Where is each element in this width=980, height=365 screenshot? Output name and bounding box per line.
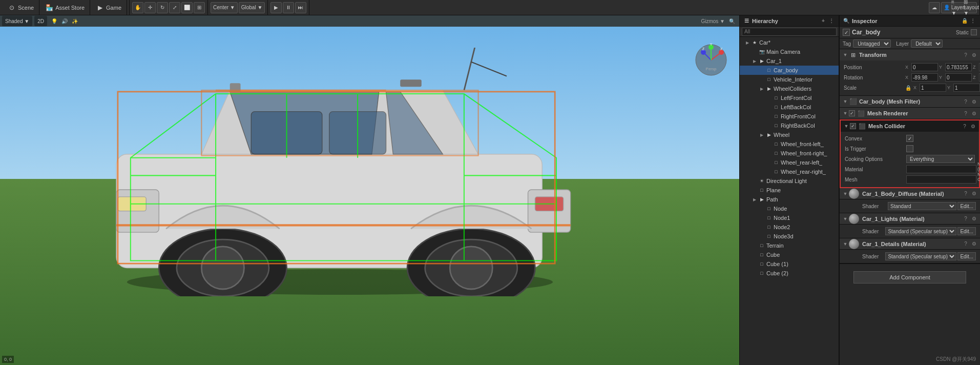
vp-fx-btn[interactable]: ✨ bbox=[70, 16, 80, 26]
material-settings-btn[interactable]: ⚙ bbox=[970, 215, 978, 223]
material-header-1[interactable]: ▼ Car_1_Lights (Material) ? ⚙ bbox=[840, 213, 980, 225]
rect-tool[interactable]: ⬜ bbox=[181, 2, 193, 13]
mesh-input[interactable] bbox=[906, 175, 976, 184]
rotate-tool[interactable]: ↻ bbox=[157, 2, 168, 13]
game-tab[interactable]: ▶ Game bbox=[90, 0, 127, 15]
mesh-collider-checkbox[interactable]: ✓ bbox=[850, 123, 856, 129]
layer-select[interactable]: Default bbox=[911, 39, 943, 48]
rot-y-input[interactable] bbox=[945, 73, 972, 82]
mesh-filter-settings-btn[interactable]: ⚙ bbox=[970, 97, 978, 106]
hierarchy-item-main-camera[interactable]: 📷Main Camera bbox=[740, 47, 839, 56]
shader-edit-btn[interactable]: Edit... bbox=[957, 202, 976, 210]
pivot-btn[interactable]: Center ▼ bbox=[211, 2, 238, 13]
scene-tab[interactable]: ⊙ Scene bbox=[2, 0, 39, 15]
object-active-checkbox[interactable]: ✓ bbox=[843, 29, 850, 36]
layers-btn[interactable]: ≡ Layers ▼ bbox=[953, 2, 965, 13]
mesh-renderer-header[interactable]: ▼ ✓ ⬛ Mesh Renderer ? ⚙ bbox=[840, 108, 980, 119]
transform-settings-btn[interactable]: ⚙ bbox=[970, 51, 978, 59]
hierarchy-search[interactable] bbox=[742, 28, 837, 36]
hierarchy-item-vehicle-interior[interactable]: □Vehicle_Interior bbox=[740, 75, 839, 84]
shader-dropdown[interactable]: Standard (Specular setup) bbox=[885, 252, 956, 260]
inspector-menu-btn[interactable]: ⋮ bbox=[969, 17, 977, 25]
static-checkbox[interactable] bbox=[971, 29, 977, 35]
add-component-button[interactable]: Add Component bbox=[853, 271, 966, 283]
material-settings-btn[interactable]: ⚙ bbox=[970, 190, 978, 198]
hierarchy-item-car-[interactable]: ▶★Car* bbox=[740, 38, 839, 47]
hierarchy-add-btn[interactable]: + bbox=[819, 17, 827, 25]
hierarchy-item-terrain[interactable]: □Terrain bbox=[740, 241, 839, 250]
shader-dropdown[interactable]: Standard (Specular setup) bbox=[885, 227, 956, 235]
hierarchy-item-wheel-front-right-[interactable]: □Wheel_front-right_ bbox=[740, 149, 839, 158]
material-settings-btn[interactable]: ⚙ bbox=[970, 240, 978, 248]
material-input[interactable] bbox=[906, 165, 976, 173]
rot-x-input[interactable] bbox=[911, 73, 938, 82]
hierarchy-item-cube[interactable]: □Cube bbox=[740, 250, 839, 259]
move-tool[interactable]: ✛ bbox=[144, 2, 156, 13]
cooking-options-select[interactable]: Everything bbox=[906, 155, 975, 163]
step-btn[interactable]: ⏭ bbox=[295, 2, 306, 13]
hierarchy-item-leftfrontcol[interactable]: □LeftFrontCol bbox=[740, 93, 839, 103]
hierarchy-item-wheel[interactable]: ▶▶Wheel bbox=[740, 130, 839, 139]
global-btn[interactable]: Global ▼ bbox=[239, 2, 265, 13]
mesh-collider-settings-btn[interactable]: ⚙ bbox=[969, 122, 977, 130]
viewport-shaded-label[interactable]: Shaded ▼ bbox=[2, 16, 32, 26]
mesh-renderer-checkbox[interactable]: ✓ bbox=[849, 110, 855, 116]
material-help-btn[interactable]: ? bbox=[962, 240, 970, 248]
shader-edit-btn[interactable]: Edit... bbox=[957, 252, 976, 260]
hierarchy-item-node1[interactable]: □Node1 bbox=[740, 213, 839, 222]
mesh-collider-help-btn[interactable]: ? bbox=[961, 122, 969, 130]
viewport-2d-label[interactable]: 2D bbox=[34, 16, 47, 26]
transform-tool[interactable]: ⊞ bbox=[194, 2, 205, 13]
pos-y-input[interactable] bbox=[945, 63, 972, 71]
hierarchy-item-car-body[interactable]: □Car_body bbox=[740, 66, 839, 75]
hierarchy-item-wheel-rear-left-[interactable]: □Wheel_rear-left_ bbox=[740, 158, 839, 167]
mesh-filter-help-btn[interactable]: ? bbox=[962, 97, 970, 106]
inspector-lock-btn[interactable]: 🔒 bbox=[961, 17, 969, 25]
hierarchy-item-plane[interactable]: □Plane bbox=[740, 186, 839, 195]
is-trigger-checkbox[interactable] bbox=[906, 145, 913, 152]
material-header-0[interactable]: ▼ Car_1_Body_Diffuse (Material) ? ⚙ bbox=[840, 188, 980, 199]
scale-x-input[interactable] bbox=[920, 84, 946, 92]
hand-tool[interactable]: ✋ bbox=[132, 2, 143, 13]
vp-search-btn[interactable]: 🔍 bbox=[727, 16, 737, 26]
hierarchy-item-leftbackcol[interactable]: □LeftBackCol bbox=[740, 103, 839, 112]
material-help-btn[interactable]: ? bbox=[962, 190, 970, 198]
shader-dropdown[interactable]: Standard bbox=[888, 202, 956, 210]
hierarchy-item-wheel-front-left-[interactable]: □Wheel_front-left_ bbox=[740, 139, 839, 149]
mesh-renderer-help-btn[interactable]: ? bbox=[962, 109, 970, 117]
scale-tool[interactable]: ⤢ bbox=[169, 2, 180, 13]
hierarchy-item-cube--1-[interactable]: □Cube (1) bbox=[740, 259, 839, 269]
hierarchy-item-path[interactable]: ▶▶Path bbox=[740, 195, 839, 204]
account-btn[interactable]: 👤 bbox=[941, 2, 952, 13]
mesh-collider-header[interactable]: ▼ ✓ ⬛ Mesh Collider ? ⚙ bbox=[841, 120, 979, 132]
hierarchy-item-car-1[interactable]: ▶▶Car_1 bbox=[740, 56, 839, 66]
hierarchy-item-node3d[interactable]: □Node3d bbox=[740, 232, 839, 241]
hierarchy-item-rightfrontcol[interactable]: □RightFrontCol bbox=[740, 112, 839, 121]
hierarchy-item-wheelcolliders[interactable]: ▶▶WheelColliders bbox=[740, 84, 839, 93]
hierarchy-item-node[interactable]: □Node bbox=[740, 204, 839, 213]
scale-y-input[interactable] bbox=[953, 84, 980, 92]
asset-store-tab[interactable]: 🏪 Asset Store bbox=[39, 0, 90, 15]
convex-checkbox[interactable]: ✓ bbox=[906, 135, 913, 142]
vp-gizmos-btn[interactable]: Gizmos ▼ bbox=[699, 16, 727, 26]
pos-x-input[interactable] bbox=[911, 63, 938, 71]
material-header-2[interactable]: ▼ Car_1_Details (Material) ? ⚙ bbox=[840, 238, 980, 250]
hierarchy-item-node2[interactable]: □Node2 bbox=[740, 222, 839, 232]
hierarchy-item-wheel-rear-right-[interactable]: □Wheel_rear-right_ bbox=[740, 167, 839, 176]
vp-audio-btn[interactable]: 🔊 bbox=[59, 16, 70, 26]
mesh-filter-header[interactable]: ▼ ⬛ Car_body (Mesh Filter) ? ⚙ bbox=[840, 96, 980, 107]
collab-btn[interactable]: ☁ bbox=[929, 2, 940, 13]
hierarchy-menu-btn[interactable]: ⋮ bbox=[827, 17, 836, 25]
transform-help-btn[interactable]: ? bbox=[962, 51, 970, 59]
pause-btn[interactable]: ⏸ bbox=[283, 2, 294, 13]
hierarchy-item-rightbackcol[interactable]: □RightBackCol bbox=[740, 121, 839, 130]
play-btn[interactable]: ▶ bbox=[270, 2, 282, 13]
hierarchy-item-directional-light[interactable]: ☀Directional Light bbox=[740, 176, 839, 186]
tag-select[interactable]: Untagged bbox=[853, 39, 891, 48]
layout-btn[interactable]: ⊞ Layout ▼ bbox=[966, 2, 977, 13]
viewport[interactable]: Shaded ▼ 2D 💡 🔊 ✨ Gizmos ▼ 🔍 bbox=[0, 15, 739, 365]
mesh-renderer-settings-btn[interactable]: ⚙ bbox=[970, 109, 978, 117]
transform-header[interactable]: ▼ ⊞ Transform ? ⚙ bbox=[840, 49, 980, 60]
material-help-btn[interactable]: ? bbox=[962, 215, 970, 223]
shader-edit-btn[interactable]: Edit... bbox=[957, 227, 976, 235]
